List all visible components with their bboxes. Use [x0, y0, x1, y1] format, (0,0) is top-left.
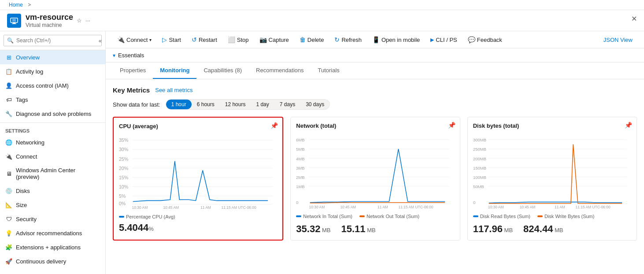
sidebar-label-disks: Disks [16, 188, 30, 194]
svg-text:10:45 AM: 10:45 AM [163, 205, 179, 210]
sidebar-label-advisor: Advisor recommendations [16, 230, 82, 237]
sidebar-item-disks[interactable]: 💿 Disks [0, 184, 105, 198]
close-button[interactable]: ✕ [631, 15, 637, 23]
sidebar-label-windows-admin: Windows Admin Center (preview) [16, 167, 100, 180]
sidebar-label-security: Security [16, 216, 37, 222]
sidebar-item-delivery[interactable]: 🚀 Continuous delivery [0, 254, 105, 268]
disk-read-legend: Disk Read Bytes (Sum) [473, 214, 530, 219]
metrics-title: Key Metrics [113, 86, 150, 94]
search-input[interactable] [4, 35, 102, 46]
svg-text:11 AM: 11 AM [555, 205, 565, 209]
resource-icon [7, 14, 21, 28]
activity-log-icon: 📋 [5, 68, 12, 75]
cpu-pin-icon[interactable]: 📌 [270, 122, 278, 129]
resource-info: vm-resource Virtual machine [26, 13, 73, 28]
capture-button[interactable]: 📷 Capture [255, 34, 293, 45]
time-option-12hours[interactable]: 12 hours [220, 100, 251, 109]
svg-text:30%: 30% [119, 147, 128, 152]
svg-rect-2 [12, 23, 16, 24]
start-button[interactable]: ▷ Start [158, 34, 185, 45]
svg-text:1MB: 1MB [296, 184, 305, 189]
tab-capabilities[interactable]: Capabilities (8) [196, 63, 249, 79]
metrics-header: Key Metrics See all metrics [113, 86, 637, 94]
tab-tutorials[interactable]: Tutorials [311, 63, 347, 79]
open-mobile-btn-label: Open in mobile [381, 37, 420, 43]
connect-btn-icon: 🔌 [117, 36, 125, 43]
svg-text:0%: 0% [119, 201, 126, 206]
delete-button[interactable]: 🗑 Delete [295, 34, 329, 45]
cli-ps-button[interactable]: ▶ CLI / PS [426, 34, 461, 45]
sidebar-item-security[interactable]: 🛡 Security [0, 212, 105, 226]
sidebar-item-extensions[interactable]: 🧩 Extensions + applications [0, 240, 105, 254]
sidebar-item-diagnose[interactable]: 🔧 Diagnose and solve problems [0, 107, 105, 121]
sidebar-label-extensions: Extensions + applications [16, 244, 81, 251]
svg-text:150MB: 150MB [473, 166, 486, 170]
disk-read-color [473, 215, 478, 217]
disk-write-label: Disk Write Bytes (Sum) [544, 214, 594, 219]
time-option-1hour[interactable]: 1 hour [166, 100, 192, 109]
time-option-1day[interactable]: 1 day [251, 100, 274, 109]
connect-btn-label: Connect [126, 37, 148, 43]
collapse-sidebar-button[interactable]: « [99, 37, 102, 44]
connect-button[interactable]: 🔌 Connect ▾ [113, 34, 156, 45]
sidebar-item-size[interactable]: 📐 Size [0, 198, 105, 212]
time-option-7days[interactable]: 7 days [274, 100, 300, 109]
svg-text:50MB: 50MB [473, 184, 484, 189]
cpu-legend-color [119, 216, 124, 218]
sidebar-label-networking: Networking [16, 139, 44, 146]
favorite-icon[interactable]: ☆ [77, 17, 82, 24]
sidebar-item-advisor[interactable]: 💡 Advisor recommendations [0, 226, 105, 240]
sidebar-item-overview[interactable]: ⊞ Overview [0, 50, 105, 64]
restart-button[interactable]: ↺ Restart [187, 34, 222, 45]
svg-text:6MB: 6MB [296, 137, 305, 142]
tab-monitoring[interactable]: Monitoring [153, 63, 196, 79]
svg-text:3MB: 3MB [296, 166, 305, 170]
time-option-6hours[interactable]: 6 hours [192, 100, 220, 109]
essentials-chevron-icon[interactable]: ▾ [113, 52, 115, 59]
svg-text:0: 0 [296, 200, 298, 205]
json-view-link[interactable]: JSON View [599, 34, 637, 45]
resource-type: Virtual machine [26, 22, 73, 28]
svg-text:10:45 AM: 10:45 AM [519, 205, 535, 209]
sidebar: 🔍 « ⊞ Overview 📋 Activity log 👤 Access c… [0, 31, 106, 274]
sidebar-label-size: Size [16, 202, 27, 208]
content-panel: 🔌 Connect ▾ ▷ Start ↺ Restart ⬜ Stop [106, 31, 644, 274]
search-icon: 🔍 [7, 37, 14, 44]
svg-text:15%: 15% [119, 175, 128, 180]
more-icon[interactable]: ··· [85, 17, 90, 24]
sidebar-item-access-control[interactable]: 👤 Access control (IAM) [0, 78, 105, 93]
stop-button[interactable]: ⬜ Stop [223, 34, 253, 45]
sidebar-item-windows-admin[interactable]: 🖥 Windows Admin Center (preview) [0, 163, 105, 184]
cpu-chart-value: 5.4044% [119, 222, 277, 233]
time-options-group: 1 hour 6 hours 12 hours 1 day 7 days 30 … [166, 99, 330, 110]
search-box: 🔍 « [0, 31, 105, 50]
network-chart-card: Network (total) 📌 6MB 5MB 4MB 3MB 2MB 1M… [290, 117, 460, 241]
network-pin-icon[interactable]: 📌 [448, 122, 455, 129]
breadcrumb-home[interactable]: Home [9, 2, 23, 8]
time-option-30days[interactable]: 30 days [300, 100, 329, 109]
feedback-button[interactable]: 💬 Feedback [463, 34, 507, 45]
start-btn-label: Start [169, 37, 181, 43]
svg-text:10:45 AM: 10:45 AM [341, 205, 356, 209]
network-chart-svg-container: 6MB 5MB 4MB 3MB 2MB 1MB 0 [296, 133, 454, 212]
svg-text:100MB: 100MB [473, 175, 486, 180]
resource-name: vm-resource [26, 13, 73, 22]
refresh-button[interactable]: ↻ Refresh [330, 34, 366, 45]
sidebar-item-networking[interactable]: 🌐 Networking [0, 135, 105, 149]
svg-text:20%: 20% [119, 166, 128, 171]
sidebar-item-activity-log[interactable]: 📋 Activity log [0, 64, 105, 78]
svg-rect-1 [13, 22, 15, 23]
sidebar-item-connect[interactable]: 🔌 Connect [0, 149, 105, 163]
cli-btn-icon: ▶ [430, 37, 434, 43]
disk-pin-icon[interactable]: 📌 [625, 122, 632, 129]
cli-ps-btn-label: CLI / PS [436, 37, 457, 43]
connect-dropdown-icon: ▾ [149, 37, 152, 42]
overview-icon: ⊞ [5, 54, 12, 61]
tab-recommendations[interactable]: Recommendations [249, 63, 311, 79]
tab-properties[interactable]: Properties [113, 63, 153, 79]
disk-read-value: 117.96 MB [473, 223, 513, 235]
see-all-metrics-link[interactable]: See all metrics [155, 87, 192, 93]
svg-text:10%: 10% [119, 184, 128, 189]
sidebar-item-tags[interactable]: 🏷 Tags [0, 93, 105, 107]
open-mobile-button[interactable]: 📱 Open in mobile [368, 34, 424, 45]
